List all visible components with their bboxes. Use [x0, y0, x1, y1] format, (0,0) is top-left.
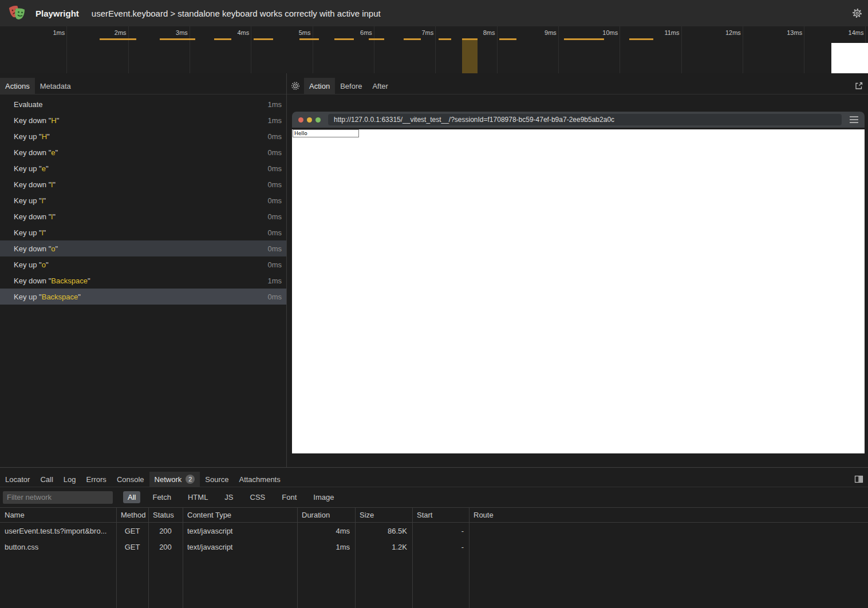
timeline-tick-cell[interactable]: 11ms: [620, 26, 681, 73]
timeline-action-bar[interactable]: [334, 38, 354, 40]
action-row[interactable]: Key up "Backspace"0ms: [0, 289, 286, 305]
action-title: Key up "l": [14, 228, 46, 237]
net-header-start: Start: [412, 511, 469, 519]
timeline-tick-cell[interactable]: 3ms: [129, 26, 190, 73]
settings-gear-icon[interactable]: [851, 7, 863, 19]
timeline-tick-cell[interactable]: 13ms: [743, 26, 804, 73]
net-cell: text/javascript: [183, 527, 297, 535]
network-column-divider: [412, 507, 413, 608]
action-title: Key up "o": [14, 260, 49, 269]
filter-chip-image[interactable]: Image: [309, 491, 338, 503]
timeline-action-bar[interactable]: [160, 38, 195, 40]
timeline-action-bar[interactable]: [564, 38, 604, 40]
action-row[interactable]: Key down "l"0ms: [0, 208, 286, 224]
timeline-tick-cell[interactable]: 12ms: [682, 26, 743, 73]
timeline-action-bar[interactable]: [629, 38, 653, 40]
tab-label: After: [372, 82, 388, 90]
tab-errors[interactable]: Errors: [81, 472, 111, 487]
timeline-screencast-thumbnail[interactable]: [831, 43, 868, 73]
action-row[interactable]: Key down "o"0ms: [0, 240, 286, 256]
timeline-action-bar[interactable]: [499, 38, 516, 40]
action-row[interactable]: Key up "e"0ms: [0, 160, 286, 176]
tab-action[interactable]: Action: [304, 78, 335, 94]
tab-locator[interactable]: Locator: [0, 472, 35, 487]
snapshot-page: [292, 129, 865, 453]
toggle-layout-icon[interactable]: [854, 475, 863, 484]
net-cell: -: [412, 527, 469, 535]
tab-source[interactable]: Source: [200, 472, 234, 487]
timeline-tick-cell[interactable]: 5ms: [251, 26, 313, 73]
playwright-trace-viewer: Playwright userEvent.keyboard > standalo…: [0, 0, 868, 608]
network-row[interactable]: button.cssGET200text/javascript1ms1.2K-: [0, 539, 868, 555]
action-row[interactable]: Evaluate1ms: [0, 96, 286, 112]
timeline-selected-band[interactable]: [462, 38, 478, 73]
timeline-action-bar[interactable]: [254, 38, 273, 40]
timeline-action-bar[interactable]: [369, 38, 384, 40]
timeline-action-bar[interactable]: [214, 38, 231, 40]
action-duration: 0ms: [267, 293, 282, 301]
open-external-icon[interactable]: [854, 81, 863, 90]
timeline-action-bar[interactable]: [439, 38, 451, 40]
hamburger-menu-icon[interactable]: [850, 116, 858, 123]
timeline-action-bar[interactable]: [404, 38, 421, 40]
timeline-tick-label: 6ms: [313, 26, 374, 36]
timeline-tick-label: 4ms: [190, 26, 251, 36]
page-text-input[interactable]: [293, 129, 359, 137]
timeline-tick-cell[interactable]: 4ms: [190, 26, 251, 73]
filter-chip-font[interactable]: Font: [277, 491, 301, 503]
network-header-row: NameMethodStatusContent TypeDurationSize…: [0, 507, 868, 523]
tab-attachments[interactable]: Attachments: [234, 472, 285, 487]
action-duration: 0ms: [267, 244, 282, 253]
network-column-divider: [116, 507, 117, 608]
action-row[interactable]: Key up "l"0ms: [0, 224, 286, 240]
filter-chip-js[interactable]: JS: [220, 491, 238, 503]
tab-label: Before: [340, 82, 362, 90]
action-duration: 1ms: [267, 100, 282, 109]
actions-panel: ActionsMetadata Evaluate1msKey down "H"1…: [0, 73, 286, 467]
filter-chip-all[interactable]: All: [123, 491, 140, 503]
tab-metadata[interactable]: Metadata: [35, 78, 76, 94]
timeline-tick-cell[interactable]: 1ms: [6, 26, 67, 73]
tab-actions[interactable]: Actions: [0, 78, 35, 94]
action-row[interactable]: Key down "H"1ms: [0, 112, 286, 128]
tab-call[interactable]: Call: [35, 472, 58, 487]
action-row[interactable]: Key up "o"0ms: [0, 256, 286, 273]
timeline-action-bar[interactable]: [100, 38, 136, 40]
action-title: Key up "l": [14, 196, 46, 205]
tab-label: Locator: [5, 475, 30, 484]
filter-chip-css[interactable]: CSS: [246, 491, 270, 503]
tab-console[interactable]: Console: [112, 472, 149, 487]
timeline-tick-cell[interactable]: 7ms: [374, 26, 436, 73]
filter-chip-html[interactable]: HTML: [183, 491, 212, 503]
action-duration: 0ms: [267, 212, 282, 221]
tab-network[interactable]: Network2: [149, 472, 200, 487]
action-row[interactable]: Key up "H"0ms: [0, 128, 286, 144]
action-row[interactable]: Key up "l"0ms: [0, 192, 286, 208]
address-bar[interactable]: http://127.0.0.1:63315/__vitest_test__/?…: [328, 114, 842, 125]
net-header-duration: Duration: [297, 511, 355, 519]
timeline-tick-cell[interactable]: 6ms: [313, 26, 374, 73]
snapshot-tabs: ActionBeforeAfter: [304, 78, 393, 94]
timeline-action-bar[interactable]: [299, 38, 319, 40]
pick-locator-icon[interactable]: [287, 81, 304, 90]
action-row[interactable]: Key down "l"0ms: [0, 176, 286, 192]
network-filter-input[interactable]: [3, 491, 113, 504]
tab-before[interactable]: Before: [335, 78, 367, 94]
tab-after[interactable]: After: [367, 78, 393, 94]
action-key-value: l: [51, 180, 53, 189]
maximize-dot-icon: [315, 117, 321, 123]
trace-title: userEvent.keyboard > standalone keyboard…: [92, 9, 381, 18]
tab-label: Log: [64, 475, 76, 484]
timeline-tick-cell[interactable]: 2ms: [67, 26, 128, 73]
tab-log[interactable]: Log: [58, 472, 81, 487]
network-row[interactable]: userEvent.test.ts?import&bro...GET200tex…: [0, 523, 868, 539]
network-column-divider: [469, 507, 469, 608]
timeline-tick-cell[interactable]: 9ms: [498, 26, 559, 73]
action-row[interactable]: Key down "Backspace"1ms: [0, 273, 286, 289]
action-title: Evaluate: [14, 100, 43, 109]
filter-chip-fetch[interactable]: Fetch: [148, 491, 176, 503]
timeline[interactable]: 1ms2ms3ms4ms5ms6ms7ms8ms9ms10ms11ms12ms1…: [0, 26, 868, 73]
timeline-tick-cell[interactable]: 10ms: [559, 26, 620, 73]
action-duration: 0ms: [267, 132, 282, 141]
action-row[interactable]: Key down "e"0ms: [0, 144, 286, 160]
